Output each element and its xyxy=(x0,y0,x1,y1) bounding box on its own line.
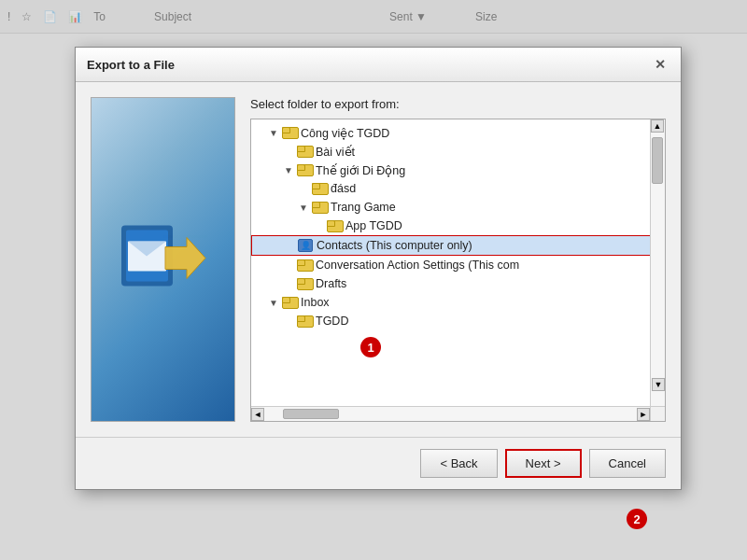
next-button[interactable]: Next > xyxy=(505,449,582,478)
toggle-conversation xyxy=(281,258,296,273)
scroll-down-button[interactable]: ▼ xyxy=(652,378,665,391)
folder-icon-inbox xyxy=(281,295,298,310)
dialog-body: Select folder to export from: ▼ Công việ… xyxy=(76,82,681,437)
toggle-contacts xyxy=(282,238,297,253)
folder-icon-drafts xyxy=(296,276,313,291)
label-baiviet: Bài viết xyxy=(316,145,355,159)
folder-icon-baiviet xyxy=(296,144,313,159)
dialog-footer: < Back Next > Cancel xyxy=(76,437,681,489)
label-drafts: Drafts xyxy=(316,277,346,290)
scroll-thumb-h[interactable] xyxy=(283,409,339,419)
folder-icon-congviec xyxy=(281,125,298,140)
folder-tree-scroll[interactable]: ▼ Công việc TGDD Bài viết ▼ Thế xyxy=(251,119,665,371)
back-button[interactable]: < Back xyxy=(420,449,497,478)
export-dialog: Export to a File ✕ Select folder to e xyxy=(75,47,682,490)
outlook-logo-panel xyxy=(91,97,235,422)
tree-item-drafts[interactable]: Drafts xyxy=(251,274,665,293)
tree-item-thegioi[interactable]: ▼ Thế giới Di Động xyxy=(251,161,665,179)
close-button[interactable]: ✕ xyxy=(651,55,669,74)
label-thegioi: Thế giới Di Động xyxy=(316,163,405,177)
scroll-thumb-v[interactable] xyxy=(652,137,663,184)
toggle-tgdd xyxy=(281,314,296,329)
tree-item-apptgdd[interactable]: App TGDD xyxy=(251,217,665,235)
cancel-button[interactable]: Cancel xyxy=(589,449,666,478)
step-badge-1: 1 xyxy=(360,337,381,357)
tree-item-dasd[interactable]: đásd xyxy=(251,179,665,198)
folder-tree-container: ▼ Công việc TGDD Bài viết ▼ Thế xyxy=(250,119,666,422)
folder-icon-apptgdd xyxy=(326,218,343,233)
h-scroll-track xyxy=(264,407,637,421)
tree-item-contacts[interactable]: Contacts (This computer only) xyxy=(251,235,665,256)
tree-item-baiviet[interactable]: Bài viết xyxy=(251,142,665,161)
folder-icon-thegioi xyxy=(296,162,313,177)
tree-item-tranggame[interactable]: ▼ Trang Game xyxy=(251,198,665,217)
scroll-up-button[interactable]: ▲ xyxy=(651,119,664,133)
label-tranggame: Trang Game xyxy=(331,201,396,214)
toggle-tranggame[interactable]: ▼ xyxy=(296,200,311,215)
section-label: Select folder to export from: xyxy=(250,97,666,111)
step-badge-2: 2 xyxy=(627,509,647,529)
toggle-baiviet xyxy=(281,144,296,159)
toggle-thegioi[interactable]: ▼ xyxy=(281,162,296,177)
scrollbar-corner xyxy=(650,406,665,421)
label-contacts: Contacts (This computer only) xyxy=(317,239,472,252)
toggle-inbox[interactable]: ▼ xyxy=(266,295,281,310)
folder-icon-tranggame xyxy=(311,200,328,215)
scroll-right-button[interactable]: ► xyxy=(637,408,650,421)
folder-icon-conversation xyxy=(296,258,313,273)
outlook-logo xyxy=(117,212,210,308)
toggle-apptgdd xyxy=(311,218,326,233)
scroll-left-button[interactable]: ◄ xyxy=(251,408,264,421)
dialog-title: Export to a File xyxy=(87,58,175,72)
folder-icon-tgdd xyxy=(296,314,313,329)
label-congviec: Công việc TGDD xyxy=(301,126,389,140)
tree-item-congviec[interactable]: ▼ Công việc TGDD xyxy=(251,123,665,142)
label-conversation: Conversation Action Settings (This com xyxy=(316,259,519,272)
tree-item-tgdd[interactable]: TGDD xyxy=(251,312,665,330)
label-apptgdd: App TGDD xyxy=(345,219,402,232)
folder-icon-dasd xyxy=(311,181,328,196)
label-tgdd: TGDD xyxy=(316,315,348,328)
label-dasd: đásd xyxy=(331,182,356,195)
toggle-congviec[interactable]: ▼ xyxy=(266,125,281,140)
toggle-dasd xyxy=(296,181,311,196)
toggle-drafts xyxy=(281,276,296,291)
vertical-scrollbar[interactable]: ▲ ▼ xyxy=(650,119,665,406)
horizontal-scrollbar[interactable]: ◄ ► xyxy=(251,406,650,421)
dialog-titlebar: Export to a File ✕ xyxy=(76,48,681,82)
contact-icon-contacts xyxy=(297,238,314,253)
tree-item-inbox[interactable]: ▼ Inbox xyxy=(251,293,665,312)
label-inbox: Inbox xyxy=(301,296,330,309)
tree-item-conversation[interactable]: Conversation Action Settings (This com xyxy=(251,256,665,274)
dialog-right-panel: Select folder to export from: ▼ Công việ… xyxy=(250,97,666,422)
